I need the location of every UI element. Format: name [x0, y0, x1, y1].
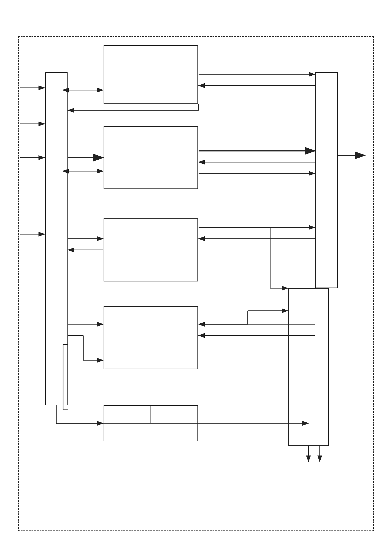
cell-buffer-assembly-block: [104, 126, 198, 189]
cell-discard-controller-block: [288, 288, 329, 446]
vacant-buffer-management-memory-block: [104, 218, 198, 281]
clock-block: [104, 405, 198, 441]
reading-controller-block: [315, 72, 338, 288]
writing-time-management-memory-block: [104, 306, 198, 369]
writing-controller-block: [45, 72, 68, 405]
class-management-memory-block: [104, 45, 198, 104]
